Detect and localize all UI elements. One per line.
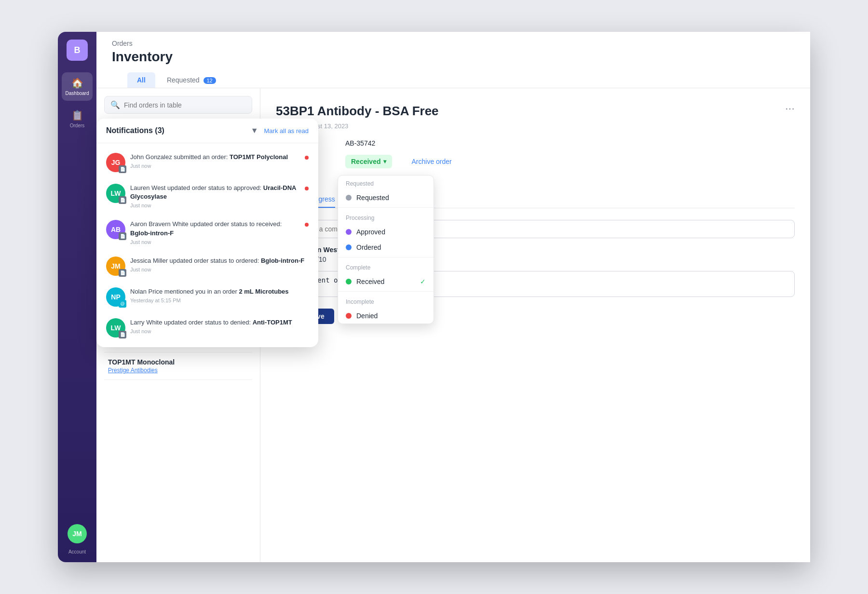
dropdown-item-requested[interactable]: Requested <box>338 190 434 205</box>
account-avatar[interactable]: JM <box>68 524 87 543</box>
notif-badge-icon: 📄 <box>119 196 126 204</box>
notif-time: Just now <box>130 328 309 334</box>
notifications-panel: Notifications (3) ▼ Mark all as read JG … <box>96 119 318 347</box>
notifications-title: Notifications (3) <box>106 126 164 135</box>
tab-requested[interactable]: Requested 12 <box>157 72 226 88</box>
dropdown-item-ordered[interactable]: Ordered <box>338 240 434 255</box>
orders-icon: 📋 <box>71 109 83 121</box>
status-row: Status Received ▾ Archive order <box>276 155 795 168</box>
check-icon: ✓ <box>420 278 426 285</box>
notif-time: Just now <box>130 163 300 169</box>
notif-time: Just now <box>130 267 309 272</box>
sidebar: B 🏠 Dashboard 📋 Orders JM Account <box>58 32 96 562</box>
unread-dot <box>305 223 309 227</box>
detail-header: 53BP1 Antibody - BSA Free ⋯ <box>276 104 795 119</box>
list-item[interactable]: TOP1MT Monoclonal Prestige Antibodies <box>104 352 252 380</box>
notif-content: Nolan Price mentioned you in an order 2 … <box>130 287 309 303</box>
account-label: Account <box>68 549 86 554</box>
requested-badge: 12 <box>203 77 216 84</box>
notification-item[interactable]: NP @ Nolan Price mentioned you in an ord… <box>96 282 318 312</box>
notification-item[interactable]: LW 📄 Larry White updated order status to… <box>96 312 318 343</box>
more-options-button[interactable]: ⋯ <box>785 104 795 113</box>
dropdown-section-processing: Processing <box>338 210 434 224</box>
dropdown-item-received[interactable]: Received ✓ <box>338 274 434 289</box>
notif-badge-icon: 📄 <box>119 331 126 338</box>
unread-dot <box>305 156 309 160</box>
notification-item[interactable]: JG 📄 John Gonzalez submitted an order: T… <box>96 147 318 178</box>
notif-badge-icon: @ <box>119 300 126 308</box>
page-header: Orders Inventory All Requested 12 <box>96 32 810 88</box>
dot-blue-icon <box>346 244 352 250</box>
notif-text: Aaron Bravern White updated order status… <box>130 220 300 237</box>
notif-badge-icon: 📄 <box>119 165 126 173</box>
detail-panel: 53BP1 Antibody - BSA Free ⋯ Updated: Aug… <box>260 88 810 562</box>
notif-avatar-wrap: LW 📄 <box>106 318 125 338</box>
status-dropdown-button[interactable]: Received ▾ <box>345 155 392 168</box>
dropdown-section-requested: Requested <box>338 176 434 190</box>
breadcrumb: Orders <box>112 40 173 47</box>
search-bar: 🔍 <box>104 96 252 114</box>
detail-title: 53BP1 Antibody - BSA Free <box>276 104 439 119</box>
mark-all-read-button[interactable]: Mark all as read <box>264 127 309 135</box>
detail-updated: Updated: August 13, 2023 <box>276 122 795 130</box>
unread-dot <box>305 187 309 190</box>
order-no-value: AB-35742 <box>345 139 375 147</box>
notif-text: John Gonzalez submitted an order: TOP1MT… <box>130 153 300 162</box>
notif-content: Lauren West updated order status to appr… <box>130 184 300 208</box>
notif-badge-icon: 📄 <box>119 232 126 240</box>
notif-content: Larry White updated order status to deni… <box>130 318 309 334</box>
notif-text: Larry White updated order status to deni… <box>130 318 309 327</box>
notif-time: Yesterday at 5:15 PM <box>130 297 309 303</box>
sidebar-logo[interactable]: B <box>67 40 88 61</box>
sidebar-item-dashboard[interactable]: 🏠 Dashboard <box>62 72 93 101</box>
dot-purple-icon <box>346 229 352 235</box>
dropdown-item-denied[interactable]: Denied <box>338 308 434 324</box>
sidebar-dashboard-label: Dashboard <box>66 91 89 96</box>
notif-avatar-wrap: LW 📄 <box>106 184 125 203</box>
notifications-list: JG 📄 John Gonzalez submitted an order: T… <box>96 143 318 347</box>
dropdown-section-complete: Complete <box>338 259 434 274</box>
notif-text: Nolan Price mentioned you in an order 2 … <box>130 287 309 296</box>
notif-content: John Gonzalez submitted an order: TOP1MT… <box>130 153 300 169</box>
filter-icon[interactable]: ▼ <box>251 126 258 135</box>
home-icon: 🏠 <box>71 77 83 89</box>
notif-badge-icon: 📄 <box>119 269 126 277</box>
archive-order-button[interactable]: Archive order <box>411 158 451 165</box>
notif-avatar-wrap: NP @ <box>106 287 125 307</box>
notif-header-right: ▼ Mark all as read <box>251 126 309 135</box>
sidebar-item-orders[interactable]: 📋 Orders <box>62 105 93 133</box>
notif-text: Jessica Miller updated order status to o… <box>130 256 309 265</box>
notif-time: Just now <box>130 239 300 245</box>
notif-time: Just now <box>130 202 300 208</box>
notification-item[interactable]: AB 📄 Aaron Bravern White updated order s… <box>96 214 318 250</box>
dot-grey-icon <box>346 195 352 201</box>
notif-content: Jessica Miller updated order status to o… <box>130 256 309 272</box>
notification-item[interactable]: JM 📄 Jessica Miller updated order status… <box>96 251 318 282</box>
page-title: Inventory <box>112 49 173 65</box>
status-dropdown: Requested Requested Processing Approved … <box>338 175 434 324</box>
notif-text: Lauren West updated order status to appr… <box>130 184 300 201</box>
notif-avatar-wrap: JG 📄 <box>106 153 125 172</box>
chevron-down-icon: ▾ <box>383 158 386 165</box>
notifications-header: Notifications (3) ▼ Mark all as read <box>96 119 318 143</box>
search-input[interactable] <box>124 101 246 109</box>
filter-tabs: All Requested 12 <box>112 72 795 88</box>
notif-avatar-wrap: AB 📄 <box>106 220 125 239</box>
tab-all[interactable]: All <box>127 72 155 88</box>
search-icon: 🔍 <box>110 100 120 109</box>
sidebar-nav: 🏠 Dashboard 📋 Orders <box>62 72 93 524</box>
dot-green-icon <box>346 279 352 284</box>
dot-red-icon <box>346 313 352 319</box>
sidebar-orders-label: Orders <box>70 123 85 128</box>
order-no-row: Order no. AB-35742 <box>276 139 795 147</box>
dropdown-section-incomplete: Incomplete <box>338 294 434 308</box>
dropdown-item-approved[interactable]: Approved <box>338 224 434 240</box>
notif-avatar-wrap: JM 📄 <box>106 256 125 276</box>
notif-content: Aaron Bravern White updated order status… <box>130 220 300 244</box>
status-value: Received <box>351 158 380 165</box>
notification-item[interactable]: LW 📄 Lauren West updated order status to… <box>96 178 318 214</box>
